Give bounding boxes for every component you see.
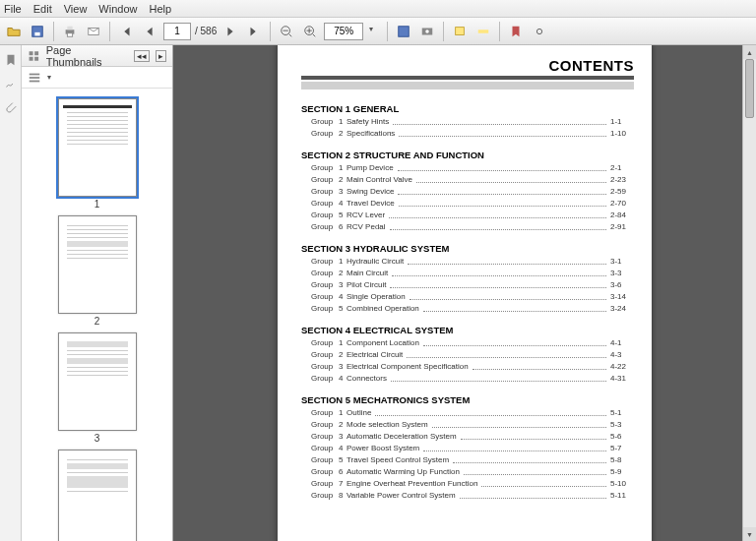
toc-row: Group5Travel Speed Control System5-8 — [301, 454, 634, 466]
menu-bar: File Edit View Window Help — [0, 0, 756, 18]
last-page-icon[interactable] — [244, 22, 264, 41]
next-page-icon[interactable] — [220, 22, 240, 41]
toc-leader — [460, 490, 606, 499]
mail-icon[interactable] — [84, 22, 103, 41]
svg-rect-15 — [30, 56, 33, 60]
toc-title: Mode selection System — [346, 419, 428, 431]
menu-help[interactable]: Help — [149, 3, 171, 15]
toc-title: Travel Speed Control System — [346, 454, 449, 466]
toc-title: Main Control Valve — [346, 174, 412, 186]
toc-page: 5-10 — [610, 478, 634, 490]
separator — [270, 22, 271, 41]
toc-title: RCV Pedal — [346, 221, 386, 233]
vertical-scrollbar[interactable]: ▲ ▼ — [742, 45, 756, 541]
toc-num: 2 — [339, 268, 346, 279]
toc-group: Group — [311, 186, 339, 198]
zoom-out-icon[interactable] — [277, 22, 296, 41]
snapshot-icon[interactable] — [417, 22, 437, 41]
toc-group: Group — [311, 303, 339, 315]
print-icon[interactable] — [60, 22, 80, 41]
scrollbar-thumb[interactable] — [745, 59, 754, 118]
svg-rect-13 — [30, 51, 33, 55]
svg-rect-4 — [67, 32, 72, 36]
toc-title: Safety Hints — [346, 116, 389, 128]
bookmark-tool-icon[interactable] — [506, 22, 526, 41]
toc-group: Group — [311, 116, 339, 128]
scroll-down-icon[interactable]: ▼ — [743, 527, 756, 541]
thumbnail-options-icon[interactable] — [28, 71, 41, 85]
toc-row: Group4Travel Device2-70 — [301, 198, 634, 210]
toc-num: 1 — [339, 407, 346, 419]
section-heading: SECTION 3 HYDRAULIC SYSTEM — [301, 243, 634, 254]
svg-rect-1 — [34, 31, 39, 35]
menu-view[interactable]: View — [64, 3, 88, 15]
toc-row: Group3Automatic Deceleration System5-6 — [301, 431, 634, 443]
menu-file[interactable]: File — [4, 3, 22, 15]
toc-row: Group1Pump Device2-1 — [301, 162, 634, 174]
toc-num: 4 — [339, 443, 346, 454]
thumbnails-panel: Page Thumbnails ◂◂ ▸ ▾ 1 2 3 4 — [22, 45, 173, 541]
toc-num: 1 — [339, 256, 346, 268]
scroll-up-icon[interactable]: ▲ — [743, 45, 756, 59]
toc-leader — [399, 198, 606, 207]
toc-title: Main Circuit — [346, 268, 388, 279]
toc-leader — [390, 279, 606, 288]
svg-rect-12 — [478, 30, 489, 33]
toc-page: 3-1 — [610, 256, 634, 268]
toc-page: 4-22 — [610, 361, 634, 373]
side-rail — [0, 45, 22, 541]
toc-group: Group — [311, 490, 339, 502]
save-as-icon[interactable] — [394, 22, 413, 41]
toc-row: Group6Automatic Warming Up Function5-9 — [301, 466, 634, 478]
separator — [53, 22, 54, 41]
prev-page-icon[interactable] — [140, 22, 159, 41]
thumbnail-page[interactable] — [58, 98, 137, 197]
zoom-select[interactable]: 75% — [324, 23, 363, 40]
contents-heading: CONTENTS — [549, 57, 635, 74]
thumbnail-page[interactable] — [58, 450, 137, 541]
toc-group: Group — [311, 361, 339, 373]
bookmark-panel-icon[interactable] — [4, 53, 18, 67]
menu-edit[interactable]: Edit — [33, 3, 52, 15]
toc-leader — [423, 443, 606, 451]
toc-leader — [390, 221, 606, 230]
first-page-icon[interactable] — [116, 22, 136, 41]
page-number-input[interactable] — [163, 23, 191, 40]
toc-title: Automatic Warming Up Function — [346, 466, 460, 478]
toc-group: Group — [311, 373, 339, 385]
toc-num: 1 — [339, 162, 346, 174]
note-icon[interactable] — [450, 22, 470, 41]
toc-num: 6 — [339, 221, 346, 233]
toolbar: / 586 75% — [0, 18, 756, 45]
thumbnail-page[interactable] — [58, 215, 137, 314]
link-tool-icon[interactable] — [530, 22, 549, 41]
toc-group: Group — [311, 431, 339, 443]
toc-title: Hydraulic Circuit — [346, 256, 404, 268]
menu-window[interactable]: Window — [98, 3, 137, 15]
open-icon[interactable] — [4, 22, 24, 41]
section-heading: SECTION 4 ELECTRICAL SYSTEM — [301, 325, 634, 335]
toc-num: 1 — [339, 116, 346, 128]
toc-page: 2-1 — [610, 162, 634, 174]
document-viewer[interactable]: CONTENTS SECTION 1 GENERALGroup1Safety H… — [173, 45, 756, 541]
panel-close-icon[interactable]: ▸ — [156, 50, 166, 62]
toc-row: Group8Variable Power Control System5-11 — [301, 490, 634, 502]
save-icon[interactable] — [28, 22, 47, 41]
thumbnails-list[interactable]: 1 2 3 4 — [22, 89, 172, 541]
toc-row: Group4Single Operation3-14 — [301, 291, 634, 303]
highlight-icon[interactable] — [473, 22, 493, 41]
thumbnail-page[interactable] — [58, 332, 137, 431]
toc-title: Pump Device — [346, 162, 394, 174]
toc-group: Group — [311, 162, 339, 174]
zoom-in-icon[interactable] — [300, 22, 320, 41]
toc-title: Travel Device — [346, 198, 395, 210]
panel-collapse-icon[interactable]: ◂◂ — [134, 50, 150, 62]
signature-panel-icon[interactable] — [4, 77, 18, 90]
toc-num: 5 — [339, 454, 346, 466]
toc-leader — [375, 407, 606, 416]
toc-page: 5-7 — [610, 443, 634, 454]
toc-leader — [398, 186, 606, 195]
attachment-panel-icon[interactable] — [4, 100, 18, 114]
thumbnails-icon — [28, 49, 40, 63]
toc-page: 4-1 — [610, 337, 634, 349]
